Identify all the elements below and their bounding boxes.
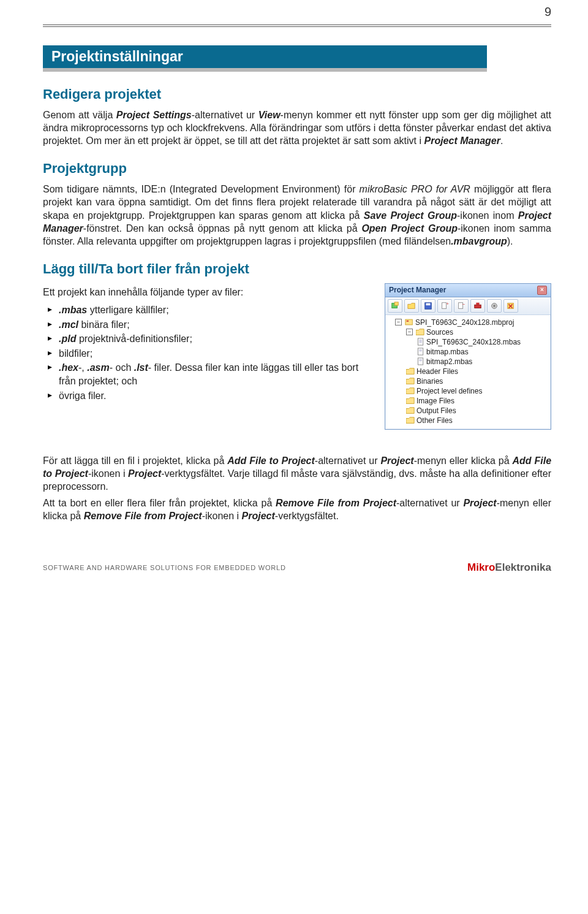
- folder-icon: [406, 378, 415, 385]
- tree-label: bitmap.mbas: [426, 348, 469, 356]
- svg-rect-24: [418, 358, 423, 365]
- term-mbavgroup: .mbavgroup: [451, 236, 507, 246]
- section-heading-group: Projektgrupp: [43, 161, 551, 177]
- tree-file[interactable]: bitmap2.mbas: [386, 357, 549, 367]
- list-item: övriga filer.: [48, 389, 372, 403]
- list-item: .mbas ytterligare källfiler;: [48, 303, 372, 317]
- list-item: .hex-, .asm- och .lst- filer. Dessa file…: [48, 361, 372, 387]
- svg-rect-3: [426, 303, 431, 306]
- folder-icon: [406, 387, 415, 395]
- brand-logo: MikroElektronika: [467, 562, 551, 574]
- term-project-manager: Project Manager: [424, 135, 500, 146]
- project-icon: [405, 318, 413, 326]
- toolbar-button[interactable]: [487, 299, 502, 313]
- folder-icon: [406, 407, 415, 414]
- panel-titlebar: Project Manager ×: [385, 284, 551, 297]
- term-mikrobasic: mikroBasic PRO for AVR: [360, 184, 470, 194]
- tree-label: SPI_T6963C_240x128.mbproj: [415, 318, 514, 327]
- term-project-settings: Project Settings: [116, 110, 192, 120]
- tree-file[interactable]: SPI_T6963C_240x128.mbas: [386, 337, 549, 347]
- svg-text:+: +: [447, 302, 449, 306]
- svg-text:−: −: [462, 302, 466, 307]
- source-file-icon: [417, 338, 424, 346]
- page-number: 9: [545, 5, 551, 19]
- remove-file-icon: −: [457, 302, 466, 310]
- section-heading-addremove: Lägg till/Ta bort filer från projekt: [43, 261, 551, 277]
- tree-label: Header Files: [417, 367, 458, 376]
- term-save-project-group: Save Project Group: [364, 210, 457, 221]
- save-group-icon: [424, 302, 432, 310]
- tree-root[interactable]: − SPI_T6963C_240x128.mbproj: [386, 318, 549, 327]
- list-item: bildfiler;: [48, 347, 372, 360]
- header-rule: [43, 25, 551, 27]
- list-item: .mcl binära filer;: [48, 318, 372, 332]
- paragraph-edit-project: Genom att välja Project Settings-alterna…: [43, 109, 551, 147]
- list-item: .pld projektnivå-definitionsfiler;: [48, 332, 372, 346]
- page-footer: SOFTWARE AND HARDWARE SOLUTIONS FOR EMBE…: [43, 559, 551, 574]
- section-heading-edit: Redigera projektet: [43, 86, 551, 102]
- folder-icon: [406, 417, 415, 424]
- add-file-icon: +: [440, 302, 449, 310]
- tree-folder[interactable]: Header Files: [386, 367, 549, 376]
- panel-title: Project Manager: [389, 286, 446, 294]
- tree-folder[interactable]: Other Files: [386, 416, 549, 425]
- svg-rect-17: [418, 338, 423, 345]
- tree-folder-sources[interactable]: − Sources: [386, 327, 549, 337]
- term-remove-file: Remove File from Project: [276, 498, 396, 508]
- close-project-icon: [507, 302, 515, 310]
- svg-point-11: [493, 305, 496, 307]
- tree-label: SPI_T6963C_240x128.mbas: [426, 338, 521, 346]
- term-add-file: Add File to Project: [227, 455, 315, 466]
- panel-toolbar: + −: [385, 297, 551, 315]
- tree-folder[interactable]: Binaries: [386, 376, 549, 386]
- tree-label: bitmap2.mbas: [426, 357, 472, 366]
- folder-icon: [406, 368, 415, 375]
- toolbar-button[interactable]: [388, 299, 402, 313]
- tree-label: Project level defines: [417, 387, 482, 395]
- project-tree: − SPI_T6963C_240x128.mbproj − Sources SP…: [385, 315, 551, 429]
- svg-rect-16: [407, 321, 409, 322]
- svg-rect-9: [476, 303, 479, 305]
- footer-tagline: SOFTWARE AND HARDWARE SOLUTIONS FOR EMBE…: [43, 564, 286, 571]
- term-view: View: [258, 110, 281, 120]
- source-file-icon: [417, 348, 424, 356]
- tree-folder[interactable]: Output Files: [386, 406, 549, 416]
- collapse-icon[interactable]: −: [395, 319, 402, 326]
- tree-label: Image Files: [417, 397, 454, 405]
- svg-rect-1: [394, 302, 398, 305]
- file-types-intro: Ett projekt kan innehålla följande typer…: [43, 286, 372, 299]
- open-project-icon: [407, 302, 416, 310]
- source-file-icon: [417, 357, 424, 365]
- svg-rect-4: [442, 303, 447, 309]
- tree-label: Sources: [426, 328, 453, 337]
- project-manager-panel: Project Manager × + − − SPI_T6963C_240x1…: [385, 283, 551, 430]
- term-open-project-group: Open Project Group: [361, 223, 458, 234]
- page-title-bar: Projektinställningar: [43, 45, 487, 72]
- toolbar-button[interactable]: +: [437, 299, 452, 313]
- toolbar-button[interactable]: [404, 299, 419, 313]
- svg-rect-8: [475, 305, 481, 308]
- tree-file[interactable]: bitmap.mbas: [386, 347, 549, 357]
- tree-label: Output Files: [417, 406, 456, 415]
- tree-folder[interactable]: Project level defines: [386, 386, 549, 396]
- new-project-icon: [391, 302, 399, 310]
- file-types-list: .mbas ytterligare källfiler; .mcl binära…: [43, 303, 372, 402]
- build-icon: [473, 302, 482, 310]
- collapse-icon[interactable]: −: [406, 329, 413, 335]
- folder-open-icon: [416, 329, 424, 336]
- svg-rect-21: [418, 348, 423, 355]
- close-icon[interactable]: ×: [537, 286, 547, 295]
- tree-folder[interactable]: Image Files: [386, 396, 549, 406]
- paragraph-project-group: Som tidigare nämnts, IDE:n (Integrated D…: [43, 183, 551, 248]
- tree-label: Binaries: [417, 377, 443, 386]
- toolbar-button[interactable]: −: [454, 299, 469, 313]
- folder-icon: [406, 397, 415, 405]
- settings-icon: [490, 302, 499, 310]
- tree-label: Other Files: [417, 416, 453, 425]
- toolbar-button[interactable]: [470, 299, 485, 313]
- paragraph-add-file: För att lägga till en fil i projektet, k…: [43, 454, 551, 493]
- paragraph-remove-file: Att ta bort en eller flera filer från pr…: [43, 497, 551, 522]
- toolbar-button[interactable]: [503, 299, 518, 313]
- svg-rect-15: [405, 320, 412, 326]
- toolbar-button[interactable]: [421, 299, 435, 313]
